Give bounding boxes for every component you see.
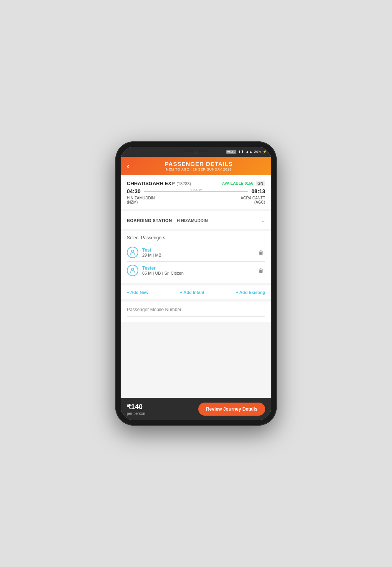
boarding-station-value: H NIZAMUDDIN [177,218,208,223]
passenger-avatar-1 [127,247,138,258]
train-name-section: CHHATISGARH EXP (18238) [127,180,191,187]
passenger-row: Tester 65 M | UB | Sr. Citizen 🗑 [127,262,265,279]
train-header: CHHATISGARH EXP (18238) AVAILABLE-0156 G… [127,180,265,187]
class-badge: GN [256,181,265,186]
from-station: H NIZAMUDDIN(NZM) [127,196,155,204]
back-button[interactable]: ‹ [127,162,130,171]
battery-text: 24% [254,150,261,154]
to-station: AGRA CANTT(AGC) [241,196,265,204]
add-existing-button[interactable]: + Add Existing [236,290,265,295]
bottom-bar: ₹140 per person Review Journey Details [121,398,271,420]
passenger-details-2: 65 M | UB | Sr. Citizen [142,271,257,275]
train-name: CHHATISGARH EXP [127,181,175,186]
arrive-time: 08:13 [251,188,265,194]
network-badge: VoLTE [226,150,236,154]
availability-text: AVAILABLE-0156 [222,181,253,186]
review-journey-button[interactable]: Review Journey Details [198,403,265,416]
train-number: (18238) [176,181,191,186]
train-card: CHHATISGARH EXP (18238) AVAILABLE-0156 G… [121,175,271,209]
price-section: ₹140 per person [127,403,145,416]
add-section: + Add New + Add Infant + Add Existing [121,285,271,299]
passenger-info-2: Tester 65 M | UB | Sr. Citizen [142,265,257,275]
duration-text: 03h43m [190,188,203,192]
svg-point-0 [131,250,134,252]
train-timing: 04:30 03h43m 08:13 [127,188,265,194]
page-header: ‹ PASSENGER DETAILS NZM TO AGC | 29 SEP … [121,157,271,175]
train-availability: AVAILABLE-0156 GN [222,181,265,186]
page-title: PASSENGER DETAILS [133,161,265,167]
passenger-name-2: Tester [142,265,257,271]
add-new-button[interactable]: + Add New [127,290,148,295]
status-icons: VoLTE ⬆⬇ ▲▲ 24% ⚡ [226,150,267,154]
passenger-details-1: 29 M | MB [142,253,257,257]
chevron-down-icon[interactable]: ⌄ [261,217,265,223]
svg-point-1 [131,268,134,270]
header-center: PASSENGER DETAILS NZM TO AGC | 29 SEP SU… [133,161,265,171]
station-names: H NIZAMUDDIN(NZM) AGRA CANTT(AGC) [127,196,265,204]
boarding-label: BOARDING STATION [127,218,172,223]
passengers-section: Select Passengers Test 29 M | MB 🗑 [121,231,271,283]
signal-icon: ⬆⬇ [238,150,244,154]
add-infant-button[interactable]: + Add Infant [180,290,204,295]
passengers-label: Select Passengers [127,235,265,240]
passenger-row: Test 29 M | MB 🗑 [127,244,265,262]
boarding-section[interactable]: BOARDING STATION H NIZAMUDDIN ⌄ [121,211,271,229]
duration-line: 03h43m [144,191,248,192]
price-amount: ₹140 [127,403,145,411]
passenger-avatar-2 [127,265,138,276]
price-per-person: per person [127,411,145,416]
main-content: CHHATISGARH EXP (18238) AVAILABLE-0156 G… [121,175,271,398]
battery-icon: ⚡ [262,150,267,154]
delete-passenger-1[interactable]: 🗑 [257,248,265,257]
mobile-label: Passenger Mobile Number [127,307,265,317]
boarding-info: BOARDING STATION H NIZAMUDDIN [127,217,208,224]
delete-passenger-2[interactable]: 🗑 [257,266,265,275]
page-subtitle: NZM TO AGC | 29 SEP SUNDAY 2019 [133,167,265,171]
signal-bars: ▲▲ [246,150,252,154]
mobile-section: Passenger Mobile Number [121,302,271,322]
passenger-name-1: Test [142,247,257,253]
depart-time: 04:30 [127,188,141,194]
empty-space [121,324,271,355]
passenger-info-1: Test 29 M | MB [142,247,257,257]
